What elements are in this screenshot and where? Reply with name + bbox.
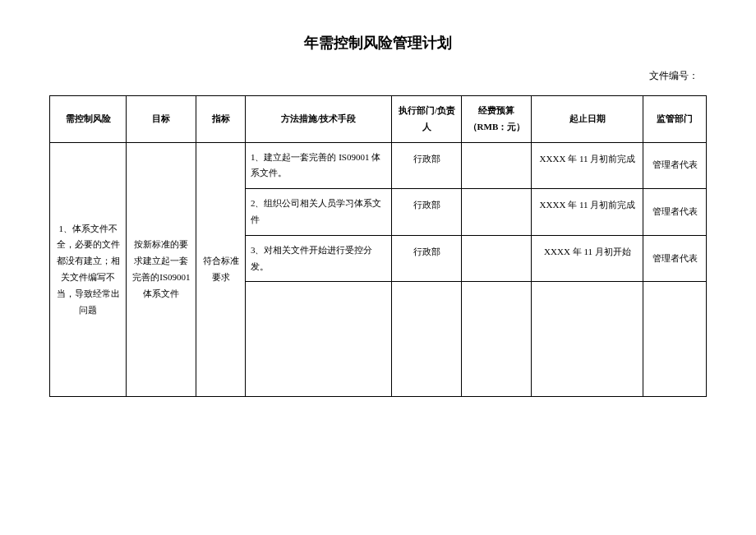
cell-dept: 行政部 xyxy=(392,235,462,282)
cell-date: XXXX 年 11 月初前完成 xyxy=(532,142,643,189)
cell-method: 2、组织公司相关人员学习体系文件 xyxy=(245,189,392,236)
table-row: 1、体系文件不全，必要的文件都没有建立；相关文件编写不当，导致经常出问题 按新标… xyxy=(50,142,707,189)
cell-supervisor-blank xyxy=(643,282,707,397)
cell-date-blank xyxy=(532,282,643,397)
header-budget: 经费预算 （RMB：元） xyxy=(462,96,532,143)
table-header-row: 需控制风险 目标 指标 方法措施/技术手段 执行部门/负责人 经费预算 （RMB… xyxy=(50,96,707,143)
header-supervisor: 监管部门 xyxy=(643,96,707,143)
header-budget-unit: （RMB：元） xyxy=(465,119,528,136)
cell-method: 3、对相关文件开始进行受控分发。 xyxy=(245,235,392,282)
cell-budget-blank xyxy=(462,282,532,397)
cell-date: XXXX 年 11 月初前完成 xyxy=(532,189,643,236)
risk-management-table: 需控制风险 目标 指标 方法措施/技术手段 执行部门/负责人 经费预算 （RMB… xyxy=(49,95,707,397)
header-method: 方法措施/技术手段 xyxy=(245,96,392,143)
cell-date: XXXX 年 11 月初开始 xyxy=(532,235,643,282)
cell-method: 1、建立起一套完善的 IS09001 体系文件。 xyxy=(245,142,392,189)
header-budget-label: 经费预算 xyxy=(465,103,528,119)
cell-budget xyxy=(462,189,532,236)
cell-dept-blank xyxy=(392,282,462,397)
cell-risk: 1、体系文件不全，必要的文件都没有建立；相关文件编写不当，导致经常出问题 xyxy=(50,142,127,397)
header-risk: 需控制风险 xyxy=(50,96,127,143)
cell-supervisor: 管理者代表 xyxy=(643,235,707,282)
cell-dept: 行政部 xyxy=(392,189,462,236)
cell-budget xyxy=(462,235,532,282)
page-title: 年需控制风险管理计划 xyxy=(49,33,707,53)
cell-budget xyxy=(462,142,532,189)
cell-supervisor: 管理者代表 xyxy=(643,142,707,189)
cell-method-blank xyxy=(245,282,392,397)
header-target: 目标 xyxy=(127,96,196,143)
cell-supervisor: 管理者代表 xyxy=(643,189,707,236)
header-dept: 执行部门/负责人 xyxy=(392,96,462,143)
document-number-label: 文件编号： xyxy=(49,69,707,83)
cell-dept: 行政部 xyxy=(392,142,462,189)
cell-index: 符合标准要求 xyxy=(196,142,245,397)
header-index: 指标 xyxy=(196,96,245,143)
cell-target: 按新标准的要求建立起一套完善的IS09001 体系文件 xyxy=(127,142,196,397)
header-date: 起止日期 xyxy=(532,96,643,143)
